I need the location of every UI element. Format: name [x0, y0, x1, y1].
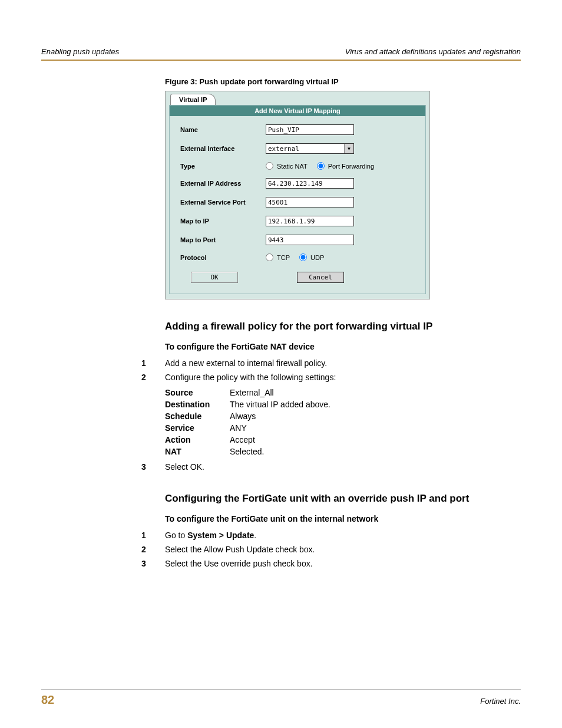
ok-button[interactable]: OK — [191, 272, 238, 283]
settings-val: ANY — [230, 423, 247, 433]
section1-sub: To configure the FortiGate NAT device — [165, 342, 521, 351]
select-external-interface[interactable]: external ▼ — [266, 143, 354, 154]
footer-rule — [41, 689, 521, 690]
step-number: 2 — [141, 373, 165, 382]
label-type: Type — [180, 163, 266, 170]
radio-port-forwarding[interactable] — [317, 162, 325, 170]
settings-key: Service — [165, 423, 230, 433]
label-ext-ip: External IP Address — [180, 180, 266, 187]
select-ext-if-value: external — [266, 145, 344, 153]
step-number: 2 — [141, 545, 165, 554]
page-footer: 82 Fortinet Inc. — [41, 689, 521, 707]
section1-heading: Adding a firewall policy for the port fo… — [165, 321, 521, 332]
radio-label-static-nat: Static NAT — [277, 163, 308, 170]
header-left: Enabling push updates — [41, 47, 119, 56]
header-right: Virus and attack definitions updates and… — [345, 47, 521, 56]
label-ext-port: External Service Port — [180, 199, 266, 206]
section2-heading: Configuring the FortiGate unit with an o… — [165, 493, 521, 505]
panel-title: Add New Virtual IP Mapping — [170, 106, 425, 116]
step-number: 1 — [141, 531, 165, 540]
settings-key: Schedule — [165, 411, 230, 421]
settings-table: SourceExternal_All DestinationThe virtua… — [165, 388, 521, 456]
cancel-button[interactable]: Cancel — [297, 272, 344, 283]
step-text-post: . — [254, 531, 256, 540]
radio-label-udp: UDP — [310, 254, 324, 261]
step-number: 3 — [141, 559, 165, 568]
tab-virtual-ip[interactable]: Virtual IP — [170, 94, 216, 105]
company-name: Fortinet Inc. — [480, 697, 521, 706]
radio-udp[interactable] — [299, 253, 307, 261]
settings-val: The virtual IP added above. — [230, 400, 330, 409]
radio-static-nat[interactable] — [266, 162, 273, 170]
step-text: Configure the policy with the following … — [165, 373, 521, 382]
label-map-ip: Map to IP — [180, 218, 266, 225]
virtual-ip-dialog: Virtual IP Add New Virtual IP Mapping Na… — [165, 91, 430, 299]
step-text: Add a new external to internal firewall … — [165, 358, 521, 368]
step-text-pre: Go to — [165, 531, 187, 540]
chevron-down-icon: ▼ — [344, 144, 353, 153]
settings-val: Accept — [230, 435, 255, 444]
page-header: Enabling push updates Virus and attack d… — [41, 47, 521, 60]
radio-tcp[interactable] — [266, 253, 273, 261]
header-rule — [41, 60, 521, 61]
radio-label-port-forwarding: Port Forwarding — [328, 163, 374, 170]
figure-caption: Figure 3: Push update port forwarding vi… — [165, 77, 521, 86]
vip-panel: Add New Virtual IP Mapping Name External… — [169, 105, 426, 294]
settings-val: External_All — [230, 388, 274, 397]
settings-key: NAT — [165, 447, 230, 456]
settings-key: Action — [165, 435, 230, 444]
section2-sub: To configure the FortiGate unit on the i… — [165, 514, 521, 523]
label-ext-if: External Interface — [180, 145, 266, 152]
input-ext-port[interactable] — [266, 197, 354, 207]
step-text: Select OK. — [165, 462, 521, 472]
label-map-port: Map to Port — [180, 236, 266, 243]
page-number: 82 — [41, 693, 54, 707]
input-name[interactable] — [266, 124, 354, 135]
step-text: Go to System > Update. — [165, 531, 521, 540]
input-ext-ip[interactable] — [266, 178, 354, 189]
step-text: Select the Use override push check box. — [165, 559, 521, 568]
input-map-ip[interactable] — [266, 216, 354, 226]
settings-key: Source — [165, 388, 230, 397]
step-text: Select the Allow Push Update check box. — [165, 545, 521, 554]
settings-val: Always — [230, 411, 256, 421]
settings-key: Destination — [165, 400, 230, 409]
label-protocol: Protocol — [180, 254, 266, 261]
input-map-port[interactable] — [266, 235, 354, 245]
radio-label-tcp: TCP — [277, 254, 290, 261]
settings-val: Selected. — [230, 447, 264, 456]
step-text-bold: System > Update — [187, 531, 254, 540]
label-name: Name — [180, 126, 266, 133]
step-number: 1 — [141, 358, 165, 368]
tab-row: Virtual IP — [166, 91, 429, 105]
step-number: 3 — [141, 462, 165, 472]
